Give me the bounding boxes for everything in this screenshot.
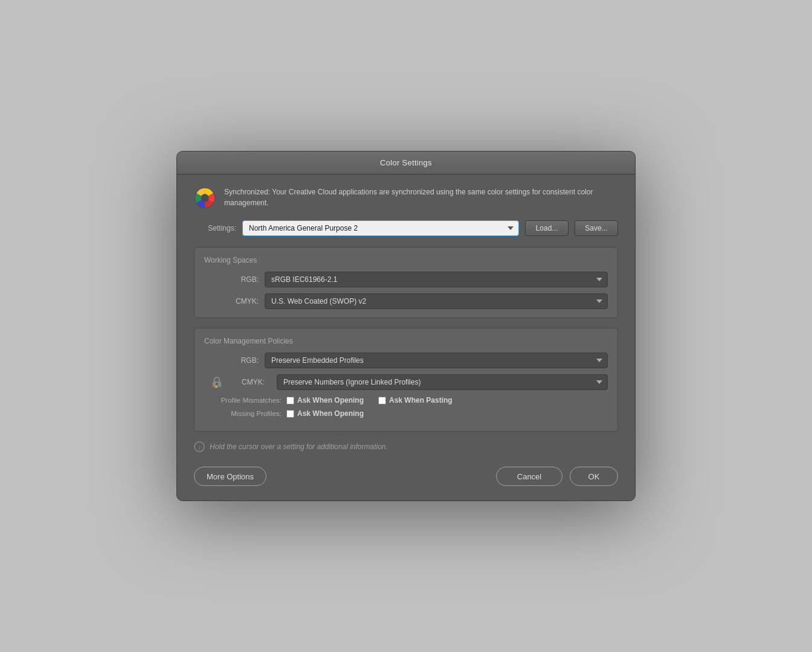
color-settings-dialog: Color Settings Synchronized: Your Creati…: [176, 151, 636, 501]
svg-point-6: [216, 383, 218, 385]
ask-when-opening-mismatch[interactable]: Ask When Opening: [286, 396, 364, 404]
profile-mismatches-label: Profile Mismatches:: [204, 397, 282, 404]
info-icon: i: [194, 441, 205, 452]
policy-rgb-label: RGB:: [204, 356, 259, 365]
color-management-title: Color Management Policies: [204, 337, 608, 345]
working-spaces-panel: Working Spaces RGB: sRGB IEC61966-2.1 CM…: [194, 247, 618, 318]
ok-button[interactable]: OK: [570, 467, 618, 486]
policy-cmyk-dropdown[interactable]: Preserve Numbers (Ignore Linked Profiles…: [277, 374, 608, 390]
ask-when-pasting-checkbox[interactable]: [378, 397, 386, 404]
policy-rgb-row: RGB: Preserve Embedded Profiles: [204, 353, 608, 368]
cmyk-dropdown[interactable]: U.S. Web Coated (SWOP) v2: [265, 293, 608, 309]
dialog-shadow: Color Settings Synchronized: Your Creati…: [176, 151, 636, 501]
policy-rgb-dropdown[interactable]: Preserve Embedded Profiles: [265, 353, 608, 368]
ask-when-opening-mismatch-checkbox[interactable]: [286, 397, 294, 404]
info-row: i Hold the cursor over a setting for add…: [194, 441, 618, 452]
settings-row: Settings: North America General Purpose …: [194, 220, 618, 236]
svg-rect-5: [218, 386, 220, 388]
sync-text: Synchronized: Your Creative Cloud applic…: [224, 187, 618, 208]
settings-label: Settings:: [194, 224, 236, 232]
info-text: Hold the cursor over a setting for addit…: [210, 443, 388, 451]
missing-ask-when-opening[interactable]: Ask When Opening: [286, 409, 364, 418]
lock-icon-wrap: [204, 376, 224, 389]
bottom-bar: More Options Cancel OK: [194, 464, 618, 486]
cmyk-row: CMYK: U.S. Web Coated (SWOP) v2: [204, 293, 608, 309]
more-options-button[interactable]: More Options: [194, 467, 266, 486]
policy-cmyk-row: CMYK: Preserve Numbers (Ignore Linked Pr…: [204, 374, 608, 390]
cancel-button[interactable]: Cancel: [496, 467, 562, 486]
save-button[interactable]: Save...: [575, 220, 618, 236]
ask-when-opening-mismatch-label[interactable]: Ask When Opening: [297, 396, 364, 404]
working-spaces-title: Working Spaces: [204, 256, 608, 264]
lock-icon: [210, 376, 224, 389]
svg-rect-3: [213, 386, 215, 388]
action-buttons: Cancel OK: [496, 467, 618, 486]
policy-cmyk-label: CMYK:: [230, 378, 265, 386]
svg-text:i: i: [198, 444, 200, 451]
cmyk-label: CMYK:: [204, 297, 259, 305]
adobe-color-wheel-icon: [194, 187, 216, 209]
dialog-body: Synchronized: Your Creative Cloud applic…: [177, 174, 635, 500]
dialog-title: Color Settings: [380, 158, 432, 167]
load-button[interactable]: Load...: [525, 220, 569, 236]
color-management-panel: Color Management Policies RGB: Preserve …: [194, 328, 618, 432]
rgb-dropdown[interactable]: sRGB IEC61966-2.1: [265, 272, 608, 287]
missing-profiles-label: Missing Profiles:: [204, 410, 282, 417]
sync-banner: Synchronized: Your Creative Cloud applic…: [194, 187, 618, 209]
title-bar: Color Settings: [177, 152, 635, 174]
settings-dropdown[interactable]: North America General Purpose 2: [242, 220, 519, 236]
ask-when-pasting[interactable]: Ask When Pasting: [378, 396, 453, 404]
missing-profiles-row: Missing Profiles: Ask When Opening: [204, 409, 608, 418]
rgb-row: RGB: sRGB IEC61966-2.1: [204, 272, 608, 287]
svg-rect-4: [215, 386, 218, 388]
svg-point-1: [201, 194, 208, 202]
ask-when-pasting-label[interactable]: Ask When Pasting: [389, 396, 453, 404]
missing-ask-when-opening-checkbox[interactable]: [286, 410, 294, 418]
profile-mismatches-row: Profile Mismatches: Ask When Opening Ask…: [204, 396, 608, 404]
missing-ask-when-opening-label[interactable]: Ask When Opening: [297, 409, 364, 418]
rgb-label: RGB:: [204, 275, 259, 284]
